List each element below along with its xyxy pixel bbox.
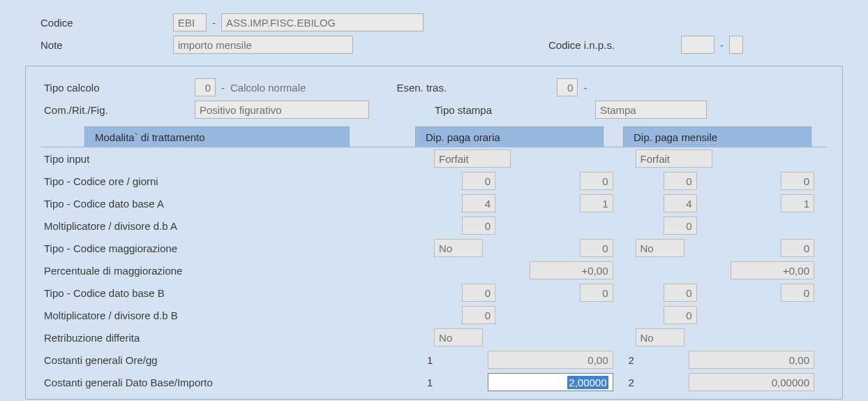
tipo-magg-o1[interactable]: No	[434, 239, 483, 257]
inps-label: Codice i.n.p.s.	[548, 39, 681, 51]
molt-a-o1[interactable]: 0	[462, 217, 495, 235]
tipo-db-o2[interactable]: 0	[580, 284, 613, 302]
tipo-stampa-input[interactable]: Stampa	[595, 101, 707, 119]
cost-ore-m1[interactable]: 0,00	[689, 351, 814, 369]
molt-b-m1[interactable]: 0	[664, 306, 697, 324]
retr-diff-m1[interactable]: No	[636, 328, 684, 347]
molt-a-label: Moltiplicatore / divisore d.b A	[41, 220, 424, 232]
tipo-ore-o2[interactable]: 0	[580, 172, 613, 190]
cost-db-mp: 2	[626, 377, 654, 388]
com-rit-input[interactable]: Positivo figurativo	[195, 101, 369, 119]
tipo-input-label: Tipo input	[41, 153, 424, 165]
dash: -	[720, 39, 724, 51]
tipo-da-m2[interactable]: 1	[781, 194, 814, 212]
tipo-da-o1[interactable]: 4	[462, 194, 495, 212]
molt-a-m1[interactable]: 0	[664, 217, 697, 235]
inps-input-2[interactable]	[729, 36, 743, 54]
cost-ore-op: 1	[424, 354, 452, 366]
tab-paga-oraria[interactable]: Dip. paga oraria	[415, 126, 604, 147]
tipo-ore-m1[interactable]: 0	[664, 172, 697, 190]
esen-tras-label: Esen. tras.	[396, 82, 557, 94]
cost-db-o1-input[interactable]: 2,00000	[488, 373, 613, 391]
dash: -	[221, 82, 225, 94]
dash: -	[583, 82, 587, 94]
cost-db-o1-selected: 2,00000	[567, 376, 608, 389]
perc-magg-label: Percentuale di maggiorazione	[41, 265, 424, 277]
tipo-input-oraria[interactable]: Forfait	[434, 150, 511, 168]
main-panel: Tipo calcolo 0 - Calcolo normale Esen. t…	[25, 66, 843, 400]
tipo-da-label: Tipo - Codice dato base A	[41, 198, 424, 210]
tipo-ore-o1[interactable]: 0	[462, 172, 495, 190]
inps-input-1[interactable]	[681, 36, 714, 54]
esen-tras-input[interactable]: 0	[557, 78, 578, 96]
top-header: Codice EBI - ASS.IMP.FISC.EBILOG Note im…	[0, 0, 868, 63]
perc-magg-m1[interactable]: +0,00	[731, 261, 814, 279]
codice-desc-input[interactable]: ASS.IMP.FISC.EBILOG	[221, 13, 424, 31]
tipo-ore-label: Tipo - Codice ore / giorni	[41, 175, 424, 187]
molt-b-label: Moltiplicatore / divisore d.b B	[41, 309, 424, 321]
tipo-stampa-label: Tipo stampa	[435, 104, 595, 116]
cost-db-label: Costanti generali Dato Base/Importo	[41, 377, 424, 388]
tipo-calcolo-desc: Calcolo normale	[230, 82, 306, 94]
tipo-db-label: Tipo - Codice dato base B	[41, 287, 424, 299]
tipo-calcolo-input[interactable]: 0	[195, 78, 216, 96]
cost-ore-o1[interactable]: 0,00	[488, 351, 613, 369]
tipo-db-m2[interactable]: 0	[781, 284, 814, 302]
tab-paga-mensile[interactable]: Dip. paga mensile	[623, 126, 811, 147]
cost-ore-label: Costanti generali Ore/gg	[41, 354, 424, 366]
tipo-da-m1[interactable]: 4	[664, 194, 697, 212]
tipo-magg-m1[interactable]: No	[636, 239, 684, 257]
retr-diff-label: Retribuzione differita	[41, 332, 424, 344]
tipo-magg-o2[interactable]: 0	[580, 239, 613, 257]
tab-modalita[interactable]: Modalita` di trattamento	[84, 126, 350, 147]
codice-label: Codice	[40, 17, 173, 29]
note-label: Note	[40, 39, 173, 51]
tipo-db-m1[interactable]: 0	[664, 284, 697, 302]
com-rit-label: Com./Rit./Fig.	[41, 104, 195, 116]
tipo-input-mensile[interactable]: Forfait	[636, 150, 712, 168]
tabs-row: Modalita` di trattamento Dip. paga orari…	[41, 125, 827, 147]
tipo-ore-m2[interactable]: 0	[781, 172, 814, 190]
note-input[interactable]: importo mensile	[173, 36, 353, 54]
cost-db-m1[interactable]: 0,00000	[689, 373, 814, 391]
tipo-db-o1[interactable]: 0	[462, 284, 495, 302]
tipo-calcolo-label: Tipo calcolo	[41, 82, 195, 94]
retr-diff-o1[interactable]: No	[434, 328, 483, 347]
tipo-magg-label: Tipo - Codice maggiorazione	[41, 242, 424, 254]
perc-magg-o1[interactable]: +0,00	[530, 261, 613, 279]
cost-db-op: 1	[424, 377, 452, 388]
tipo-magg-m2[interactable]: 0	[781, 239, 814, 257]
codice-input[interactable]: EBI	[173, 13, 207, 31]
dash: -	[212, 17, 216, 29]
molt-b-o1[interactable]: 0	[462, 306, 495, 324]
cost-ore-mp: 2	[626, 354, 654, 366]
tipo-da-o2[interactable]: 1	[580, 194, 613, 212]
